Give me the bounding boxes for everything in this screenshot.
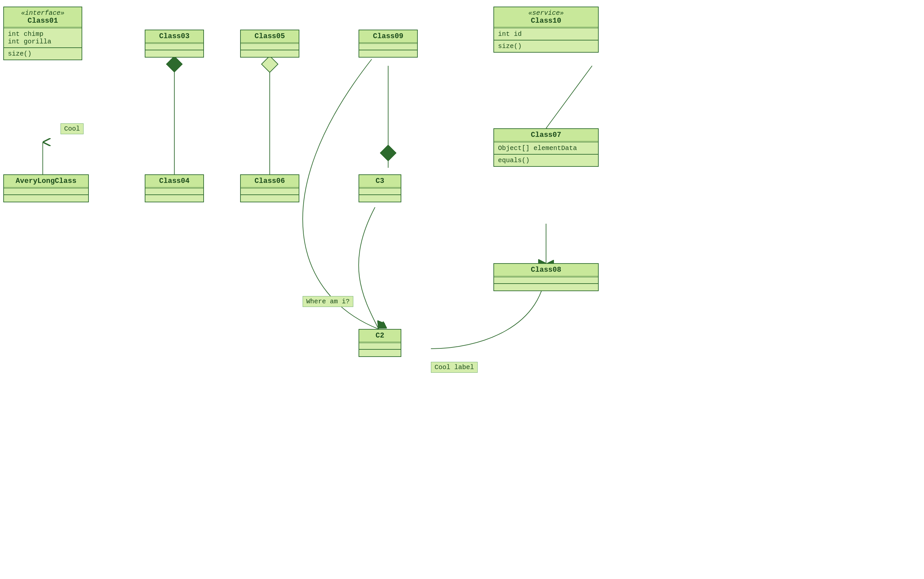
svg-marker-4 <box>262 56 278 72</box>
c2-section1 <box>359 343 401 350</box>
class08-name: Class08 <box>531 266 561 274</box>
cool-label: Cool <box>61 123 83 134</box>
class10-attributes: int id <box>494 28 598 41</box>
c3-section1 <box>359 188 401 195</box>
averylong-section1 <box>4 188 88 195</box>
class01-box: «interface» Class01 int chimpint gorilla… <box>3 7 82 60</box>
class06-section1 <box>241 188 299 195</box>
class10-box: «service» Class10 int id size() <box>494 7 599 52</box>
class06-name: Class06 <box>255 177 285 185</box>
averylong-box: AveryLongClass <box>3 174 89 202</box>
class05-section2 <box>241 50 299 57</box>
cool-label-bottom: Cool label <box>431 362 478 373</box>
class01-name: Class01 <box>28 17 58 25</box>
class09-box: Class09 <box>358 29 418 57</box>
class06-section2 <box>241 195 299 202</box>
class09-section1 <box>359 44 417 50</box>
class03-name: Class03 <box>159 32 190 41</box>
class10-methods: size() <box>494 41 598 52</box>
class05-box: Class05 <box>240 29 299 57</box>
class07-box: Class07 Object[] elementData equals() <box>494 128 599 167</box>
averylong-section2 <box>4 195 88 202</box>
class07-name: Class07 <box>531 131 561 139</box>
class05-header: Class05 <box>241 30 299 44</box>
class08-header: Class08 <box>494 264 598 277</box>
averylong-name: AveryLongClass <box>16 177 77 185</box>
c3-name: C3 <box>376 177 384 185</box>
c2-header: C2 <box>359 330 401 343</box>
c2-name: C2 <box>376 332 384 340</box>
svg-line-7 <box>546 66 592 128</box>
where-am-i-label: Where am i? <box>303 296 353 307</box>
class03-box: Class03 <box>145 29 204 57</box>
class10-name: Class10 <box>531 17 561 25</box>
class04-header: Class04 <box>146 175 203 188</box>
averylong-header: AveryLongClass <box>4 175 88 188</box>
class06-header: Class06 <box>241 175 299 188</box>
class08-section2 <box>494 284 598 291</box>
c2-section2 <box>359 350 401 356</box>
class04-section2 <box>146 195 203 202</box>
class08-section1 <box>494 277 598 284</box>
class05-name: Class05 <box>255 32 285 41</box>
class03-header: Class03 <box>146 30 203 44</box>
c3-section2 <box>359 195 401 202</box>
class07-header: Class07 <box>494 129 598 142</box>
class09-name: Class09 <box>373 32 403 41</box>
class10-header: «service» Class10 <box>494 7 598 28</box>
c3-header: C3 <box>359 175 401 188</box>
class10-stereotype: «service» <box>498 9 594 17</box>
class09-header: Class09 <box>359 30 417 44</box>
class05-section1 <box>241 44 299 50</box>
class07-methods: equals() <box>494 155 598 166</box>
class04-name: Class04 <box>159 177 190 185</box>
c3-box: C3 <box>358 174 401 202</box>
class01-methods: size() <box>4 48 82 59</box>
connections-layer <box>0 0 924 579</box>
class03-section2 <box>146 50 203 57</box>
class04-box: Class04 <box>145 174 204 202</box>
class06-box: Class06 <box>240 174 299 202</box>
class04-section1 <box>146 188 203 195</box>
class01-stereotype: «interface» <box>8 9 78 17</box>
class08-box: Class08 <box>494 263 599 291</box>
class01-attributes: int chimpint gorilla <box>4 28 82 48</box>
svg-marker-2 <box>166 56 183 72</box>
class01-header: «interface» Class01 <box>4 7 82 28</box>
class03-section1 <box>146 44 203 50</box>
svg-marker-6 <box>380 145 396 161</box>
class07-attributes: Object[] elementData <box>494 142 598 155</box>
class09-section2 <box>359 50 417 57</box>
c2-box: C2 <box>358 329 401 357</box>
